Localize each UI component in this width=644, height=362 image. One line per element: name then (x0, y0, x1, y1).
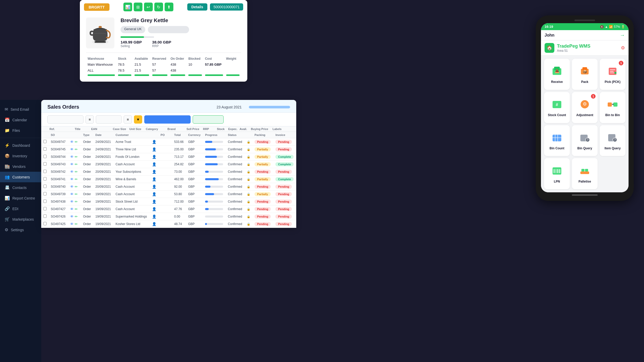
table-row[interactable]: SO049741 👁 ✏ Order 20/09/2021 Wine & Bar… (41, 176, 296, 183)
view-icon[interactable]: 👁 (70, 207, 74, 211)
row-checkbox[interactable] (43, 185, 47, 188)
sidebar-item-calendar[interactable]: 📅 Calendar (0, 115, 41, 125)
table-row[interactable]: SO497427 👁 ✏ Order 19/09/2021 Cash Accou… (41, 205, 296, 213)
undo-icon-btn[interactable]: ↩ (144, 3, 153, 11)
app-tile-palletise[interactable]: Palletise (572, 158, 598, 189)
edit-icon[interactable]: ✏ (75, 214, 78, 219)
edit-icon[interactable]: ✏ (75, 140, 78, 144)
view-icon[interactable]: 👁 (70, 170, 74, 174)
sidebar-item-settings[interactable]: ⚙ Settings (0, 225, 41, 235)
table-row[interactable]: SO497438 👁 ✏ Order 19/09/2021 Stock Stre… (41, 198, 296, 205)
refresh-icon-btn[interactable]: ↻ (154, 3, 163, 11)
checkbox-cell[interactable] (41, 183, 49, 191)
row-checkbox[interactable] (43, 200, 47, 203)
row-checkbox[interactable] (43, 177, 47, 180)
checkbox-cell[interactable] (41, 176, 49, 183)
checkbox-cell[interactable] (41, 146, 49, 153)
checkbox-cell[interactable] (41, 191, 49, 198)
table-row[interactable]: SO049742 👁 ✏ Order 20/09/2021 Your Subsc… (41, 168, 296, 176)
sidebar-item-files[interactable]: 📁 Files (0, 125, 41, 136)
sidebar-item-report-centre[interactable]: 📊 Report Centre (0, 193, 41, 203)
app-tile-item-query[interactable]: ?Item Query (600, 125, 625, 156)
table-row[interactable]: SO049745 👁 ✏ Order 24/09/2021 Three Nine… (41, 146, 296, 153)
filter-btn-green[interactable] (193, 115, 224, 124)
app-tile-stock-count[interactable]: #Stock Count (544, 92, 570, 123)
app-tile-pack[interactable]: 📦Pack (572, 59, 598, 90)
row-checkbox[interactable] (43, 155, 47, 158)
share-icon-btn[interactable]: ⬆ (165, 3, 173, 11)
sidebar-item-edi[interactable]: 🔗 EDI (0, 203, 41, 214)
view-icon[interactable]: 👁 (70, 155, 74, 159)
edit-icon[interactable]: ✏ (75, 147, 78, 151)
sidebar-item-inventory[interactable]: 📦 Inventory (0, 151, 41, 161)
view-icon[interactable]: 👁 (70, 200, 74, 204)
table-row[interactable]: SO497426 👁 ✏ Order 19/09/2021 Supermarke… (41, 213, 296, 220)
grid-icon-btn[interactable]: ⊞ (134, 3, 142, 11)
view-icon[interactable]: 👁 (70, 192, 74, 196)
row-checkbox[interactable] (43, 214, 47, 218)
row-checkbox[interactable] (43, 147, 47, 151)
edit-icon[interactable]: ✏ (75, 162, 78, 166)
row-checkbox[interactable] (43, 170, 47, 173)
view-icon[interactable]: 👁 (70, 162, 74, 166)
view-icon[interactable]: 👁 (70, 177, 74, 181)
row-checkbox[interactable] (43, 222, 47, 225)
filter-btn-blue[interactable] (144, 115, 191, 124)
filter-btn-2[interactable]: ≡ (124, 115, 132, 124)
app-tile-pick-pck[interactable]: 1Pick (PCK) (600, 59, 625, 90)
row-checkbox[interactable] (43, 162, 47, 166)
filter-input-2[interactable] (96, 115, 122, 124)
checkbox-cell[interactable] (41, 138, 49, 146)
checkbox-cell[interactable] (41, 220, 49, 228)
table-row[interactable]: SO049739 👁 ✏ Order 19/09/2021 Cash Accou… (41, 191, 296, 198)
sidebar-item-dashboard[interactable]: ⚡ Dashboard (0, 140, 41, 151)
app-tile-bin-query[interactable]: ?Bin Query (572, 125, 598, 156)
filter-btn-1[interactable]: ≡ (86, 115, 94, 124)
table-row[interactable]: SO049744 👁 ✏ Order 24/09/2021 Foods Of L… (41, 153, 296, 161)
phone-logout-icon[interactable]: → (620, 32, 625, 38)
view-icon[interactable]: 👁 (70, 185, 74, 189)
table-row[interactable]: SO049740 👁 ✏ Order 20/09/2021 Cash Accou… (41, 183, 296, 191)
orders-table-wrap[interactable]: SO Type Date Customer PO Total Currency … (41, 132, 296, 228)
app-tile-bin-count[interactable]: Bin Count (544, 125, 570, 156)
edit-icon[interactable]: ✏ (75, 222, 78, 226)
edit-icon[interactable]: ✏ (75, 192, 78, 196)
edit-icon[interactable]: ✏ (75, 177, 78, 181)
row-checkbox[interactable] (43, 140, 47, 143)
app-tile-bin-to-bin[interactable]: Bin to Bin (600, 92, 625, 123)
sidebar-item-send-email[interactable]: ✉ Send Email (0, 104, 41, 115)
row-checkbox[interactable] (43, 207, 47, 210)
app-tile-adjustment[interactable]: 1⚙Adjustment (572, 92, 598, 123)
view-icon[interactable]: 👁 (70, 140, 74, 144)
chart-icon-btn[interactable]: 📊 (123, 3, 132, 11)
phone-home-bar[interactable] (572, 194, 598, 196)
table-row[interactable]: SO497425 👁 ✏ Order 19/09/2021 Kosher Sto… (41, 220, 296, 228)
app-tile-lpn[interactable]: LPN (544, 158, 570, 189)
app-tile-receive[interactable]: 📥Receive (544, 59, 570, 90)
checkbox-cell[interactable] (41, 198, 49, 205)
checkbox-cell[interactable] (41, 213, 49, 220)
filter-btn-yellow[interactable]: ▼ (134, 115, 142, 124)
edit-icon[interactable]: ✏ (75, 170, 78, 174)
sidebar-item-contacts[interactable]: 📇 Contacts (0, 182, 41, 193)
edit-icon[interactable]: ✏ (75, 207, 78, 211)
filter-search[interactable] (47, 115, 83, 124)
view-icon[interactable]: 👁 (70, 222, 74, 226)
table-row[interactable]: SO049743 👁 ✏ Order 23/09/2021 Cash Accou… (41, 161, 296, 168)
edit-icon[interactable]: ✏ (75, 185, 78, 189)
edit-icon[interactable]: ✏ (75, 200, 78, 204)
checkbox-cell[interactable] (41, 161, 49, 168)
checkbox-cell[interactable] (41, 153, 49, 161)
row-checkbox[interactable] (43, 192, 47, 195)
sidebar-item-customers[interactable]: 👥 Customers (0, 172, 41, 182)
checkbox-cell[interactable] (41, 168, 49, 176)
table-row[interactable]: SO049747 👁 ✏ Order 24/09/2021 Acme Trust… (41, 138, 296, 146)
sidebar-item-vendors[interactable]: 🏬 Vendors (0, 161, 41, 172)
sidebar-item-marketplaces[interactable]: 🛒 Marketplaces (0, 214, 41, 225)
checkbox-cell[interactable] (41, 205, 49, 213)
edit-icon[interactable]: ✏ (75, 155, 78, 159)
details-button[interactable]: Details (187, 3, 207, 11)
wms-gear-icon[interactable]: ⚙ (621, 45, 625, 51)
view-icon[interactable]: 👁 (70, 147, 74, 151)
view-icon[interactable]: 👁 (70, 214, 74, 219)
